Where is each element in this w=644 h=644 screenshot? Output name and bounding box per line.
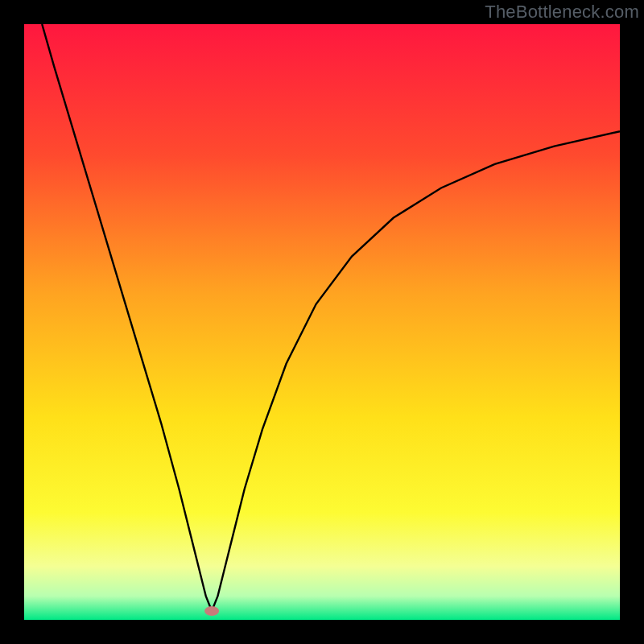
gradient-background — [24, 24, 620, 620]
watermark-text: TheBottleneck.com — [485, 2, 639, 23]
plot-area — [24, 24, 620, 620]
chart-frame: TheBottleneck.com — [0, 0, 644, 644]
optimal-point-marker — [204, 606, 219, 616]
chart-svg — [24, 24, 620, 620]
